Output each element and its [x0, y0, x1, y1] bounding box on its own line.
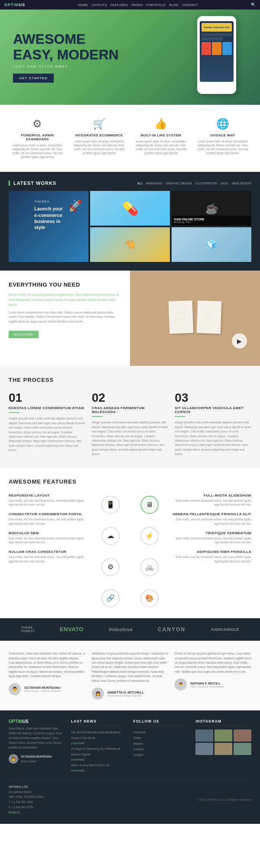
footer-phone1: T: +1 234 452 4356 — [9, 800, 44, 805]
insta-img-2[interactable] — [214, 729, 232, 742]
awesome-feature-tristique: TRISTIQUE FERMENTUM Duis mollis, est non… — [171, 531, 251, 545]
feature-ecommerce-desc: Lorem ipsum dolor sit amet, consectetur … — [73, 139, 126, 155]
works-section: LATEST WORKS ALL BRANDING GRAPHIC DESIGN… — [0, 172, 260, 271]
works-filters: ALL BRANDING GRAPHIC DESIGN ILLUSTRATION… — [137, 182, 251, 185]
author-2-avatar: 👩 — [92, 687, 104, 700]
feature-right-icons: 🖥 ⚡ 🚲 🎨 — [132, 494, 167, 607]
partner-canyon[interactable]: CANYON — [158, 626, 185, 632]
feature-map-title: GOOGLE MAP — [196, 133, 250, 137]
footer-news-link-1-more[interactable]: CONTINUE — [71, 741, 127, 746]
footer-author-role: Store Owner — [21, 759, 52, 764]
hero-cta-button[interactable]: GET STARTED — [13, 74, 54, 83]
footer-dribbble[interactable]: dribbble — [133, 741, 189, 746]
feature-icon-link: 🔗 — [101, 589, 120, 607]
partner-envato[interactable]: ENVATO — [60, 626, 84, 632]
testimonial-1-text: Graet theme, clean and minimalist vibe. … — [9, 652, 85, 678]
nav-features[interactable]: FEATURES — [110, 3, 128, 6]
search-icon[interactable]: 🔍 — [251, 3, 256, 7]
feature-like-title: BUILT-IN LIKE SYSTEM — [134, 133, 188, 137]
footer-instagram-title: Instagram — [195, 719, 251, 726]
nav-pages[interactable]: PAGES — [132, 3, 143, 6]
feature-tristique-info: TRISTIQUE FERMENTUM Duis mollis, est non… — [171, 531, 251, 545]
nav-contact[interactable]: CONTACT — [182, 3, 198, 6]
footer-col-news: LAST NEWS The 30 Most Beautiful and Brea… — [71, 719, 127, 773]
nav-links: HOME LAYOUTS FEATURES PAGES PORTFOLIO BL… — [78, 3, 198, 6]
partner-tf-label: THEMEFOREST — [21, 626, 35, 633]
footer-news-1: The 30 Most Beautiful and Breathtaking P… — [71, 729, 127, 746]
footer-author-row: 👨 OCTAVIAN MUNTEANU Store Owner — [9, 754, 65, 764]
footer-twitter[interactable]: Twitter — [133, 735, 189, 741]
insta-img-1[interactable] — [195, 729, 213, 742]
footer-news-link-2[interactable]: 10 Ways to Optimizing Your Website for S… — [71, 746, 127, 757]
testimonial-3-author: 👨‍💼 NATHAN F. MCCILL CEO / Dynamic Techn… — [175, 678, 251, 691]
process-subtitle-2: CRAS AENEAN FERMENTUM MALESUADA — [92, 406, 169, 414]
phone-image-row — [202, 42, 232, 55]
discover-button[interactable]: DISCOVER — [9, 331, 39, 338]
filter-branding[interactable]: BRANDING — [146, 182, 162, 185]
footer-news-link-3-more[interactable]: CONTINUE — [71, 768, 127, 773]
nav-home[interactable]: HOME — [78, 3, 88, 6]
author-2-details: ANNETTA D. MITCHELL Store Owner / Italia… — [107, 691, 144, 697]
footer-author-details: OCTAVIAN MUNTEANU Store Owner — [21, 754, 52, 764]
awesome-feature-adipiscing: ADIPISCING NIBH FRINGILLA Duis mollis, e… — [171, 550, 251, 564]
everything-text: EVERYTHING YOU NEED Donec id elit non mi… — [0, 271, 130, 366]
nav-portfolio[interactable]: PORTFOLIO — [146, 3, 166, 6]
phone-img-blue — [222, 42, 232, 55]
work-item-rocket[interactable]: THEMES Launch youre-commercebusiness ins… — [9, 191, 88, 262]
footer-news-3: Where to Buy Best Cloth in US CONTINUE — [71, 762, 127, 773]
footer-linkedin[interactable]: LinkedIn — [133, 746, 189, 752]
footer-news-link-2-more[interactable]: CONTINUE — [71, 757, 127, 762]
insta-img-4[interactable] — [195, 743, 213, 755]
partner-themeforest[interactable]: THEMEFOREST — [21, 626, 35, 633]
filter-uiux[interactable]: UI/UX — [221, 182, 229, 185]
footer-news-link-1[interactable]: The 30 Most Beautiful and Breathtaking P… — [71, 729, 127, 741]
filter-all[interactable]: ALL — [137, 182, 143, 185]
insta-img-6[interactable] — [234, 743, 251, 755]
work-rocket-text: THEMES Launch youre-commercebusiness ins… — [30, 195, 67, 235]
work-item-desert[interactable] — [90, 227, 170, 262]
footer-about-text: Great theme, clean and minimalist style.… — [9, 726, 65, 750]
footer-col-instagram: Instagram — [195, 719, 251, 773]
play-button[interactable]: ▶ — [232, 333, 247, 348]
testimonial-2: Vestibulum id ligula porta felis euismod… — [92, 652, 169, 700]
nav-layouts[interactable]: LAYOUTS — [91, 3, 107, 6]
filter-graphic[interactable]: GRAPHIC DESIGN — [166, 182, 192, 185]
partner-audiojungle[interactable]: AUDIOJUNGLE — [211, 627, 239, 632]
book-page-right: — — — — —— — — — —— — — — —— — — — —— — … — [197, 300, 222, 334]
filter-illustration[interactable]: ILLUSTRATION — [195, 182, 217, 185]
feature-right-col: FULL-WIDTH SLIDESHOW Duis mollis, est no… — [171, 494, 251, 569]
footer-avatar: 👨 — [9, 754, 18, 764]
feature-left-col: RESPONSIVE LAYOUT Duis mollis, est non c… — [9, 494, 89, 569]
awesome-feature-slideshow: FULL-WIDTH SLIDESHOW Duis mollis, est no… — [171, 494, 251, 507]
footer-news-link-3[interactable]: Where to Buy Best Cloth in US — [71, 762, 127, 768]
testimonial-3: Donec id elit non mi porta gravida at eg… — [175, 652, 251, 700]
nav-blog[interactable]: BLOG — [169, 3, 179, 6]
footer-google[interactable]: Google+ — [133, 752, 189, 758]
work-item-starbucks[interactable]: O&M ONLINE STORE Branding, Print — [172, 191, 251, 226]
hero-section: AWESOME EASY, MODERN JUST ONE CLICK AWAY… — [0, 10, 260, 105]
feature-icon-bolt: ⚡ — [140, 527, 159, 545]
filter-web[interactable]: WEB DESIGN — [232, 182, 251, 185]
works-header: LATEST WORKS ALL BRANDING GRAPHIC DESIGN… — [9, 181, 251, 186]
work-item-pill[interactable] — [90, 191, 170, 226]
process-text-2: Integer posuere erat a ante venenatis da… — [92, 420, 169, 456]
process-line-1 — [9, 412, 20, 413]
footer-email[interactable]: Email Us — [9, 810, 44, 815]
author-1-avatar: 👨 — [9, 683, 21, 695]
awesome-feature-responsive: RESPONSIVE LAYOUT Duis mollis, est non c… — [9, 494, 89, 507]
insta-img-5[interactable] — [214, 743, 232, 755]
partner-videohive[interactable]: Videohive — [108, 627, 133, 632]
insta-img-3[interactable] — [234, 729, 251, 742]
feature-map: 🌐 GOOGLE MAP Lorem ipsum dolor sit amet,… — [194, 116, 252, 161]
feature-nullam-info: NULLAM CRAS CONSECTETUR Duis mollis, est… — [9, 550, 89, 564]
footer-facebook[interactable]: Facebook — [133, 729, 189, 735]
awesome-title: AWESOME FEATURES — [9, 478, 251, 485]
awesome-feature-nullam: NULLAM CRAS CONSECTETUR Duis mollis, est… — [9, 550, 89, 564]
navigation: OPTIMUS HOME LAYOUTS FEATURES PAGES PORT… — [0, 0, 260, 10]
work-item-ice[interactable] — [172, 227, 251, 262]
hero-text: AWESOME EASY, MODERN JUST ONE CLICK AWAY… — [13, 32, 119, 82]
process-section: THE PROCESS 01 EGESTAS LOREM CONDIMENTUM… — [0, 366, 260, 467]
partners-section: THEMEFOREST ENVATO Videohive CANYON AUDI… — [0, 618, 260, 641]
book-page-left: — — — — —— — — — —— — — — —— — — — —— — … — [169, 300, 194, 334]
process-step-2: 02 CRAS AENEAN FERMENTUM MALESUADA Integ… — [92, 392, 169, 456]
